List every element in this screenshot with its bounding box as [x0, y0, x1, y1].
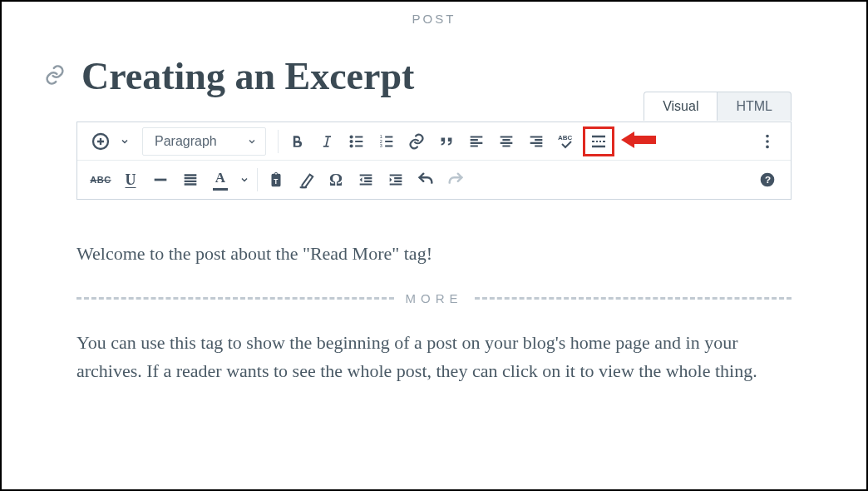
permalink-icon[interactable]: [43, 63, 67, 90]
link-button[interactable]: [402, 126, 432, 156]
svg-point-2: [350, 140, 352, 141]
horizontal-rule-button[interactable]: [145, 165, 175, 195]
clear-formatting-button[interactable]: [291, 165, 321, 195]
italic-button[interactable]: [312, 126, 342, 156]
align-justify-button[interactable]: [175, 165, 205, 195]
svg-point-9: [766, 134, 769, 137]
editor-toolbar: Paragraph 123: [76, 122, 792, 200]
paste-text-button[interactable]: T: [261, 165, 291, 195]
redo-button[interactable]: [441, 165, 471, 195]
red-arrow-annotation: [621, 129, 656, 154]
editor-tabs: Visual HTML: [644, 92, 792, 121]
svg-point-10: [766, 140, 769, 143]
text-color-button[interactable]: A: [205, 165, 235, 195]
svg-point-3: [350, 145, 352, 146]
align-left-button[interactable]: [461, 126, 491, 156]
strikethrough-button[interactable]: ABC: [86, 165, 116, 195]
svg-point-11: [766, 145, 769, 148]
add-block-dropdown[interactable]: [116, 126, 134, 156]
text-color-dropdown[interactable]: [235, 165, 254, 195]
format-select[interactable]: Paragraph: [142, 127, 266, 156]
svg-marker-8: [621, 131, 656, 148]
read-more-separator[interactable]: MORE: [76, 291, 792, 305]
chevron-down-icon: [247, 136, 257, 146]
svg-point-1: [350, 136, 352, 137]
help-button[interactable]: ?: [752, 165, 782, 195]
align-center-button[interactable]: [491, 126, 521, 156]
tab-html[interactable]: HTML: [717, 92, 792, 121]
add-block-button[interactable]: [86, 126, 116, 156]
align-right-button[interactable]: [521, 126, 551, 156]
svg-marker-14: [390, 177, 392, 182]
svg-text:T: T: [274, 178, 278, 186]
read-more-button[interactable]: [586, 130, 611, 153]
post-label: POST: [2, 12, 866, 26]
svg-text:3: 3: [379, 143, 382, 148]
format-select-label: Paragraph: [155, 134, 217, 149]
read-more-highlight: [583, 126, 614, 156]
outdent-button[interactable]: [351, 165, 381, 195]
blockquote-button[interactable]: [432, 126, 461, 156]
bullet-list-button[interactable]: [342, 126, 372, 156]
special-character-button[interactable]: Ω: [321, 165, 351, 195]
undo-button[interactable]: [411, 165, 441, 195]
tab-visual[interactable]: Visual: [644, 92, 717, 121]
more-options-button[interactable]: [752, 126, 782, 156]
numbered-list-button[interactable]: 123: [372, 126, 402, 156]
read-more-label: MORE: [406, 291, 463, 305]
svg-text:ABC: ABC: [558, 134, 573, 141]
content-paragraph-1[interactable]: Welcome to the post about the "Read More…: [76, 240, 792, 268]
content-paragraph-2[interactable]: You can use this tag to show the beginni…: [76, 329, 792, 385]
underline-button[interactable]: U: [116, 165, 145, 195]
spellcheck-button[interactable]: ABC: [551, 126, 581, 156]
svg-marker-13: [360, 177, 362, 182]
svg-text:?: ?: [765, 174, 771, 185]
bold-button[interactable]: [282, 126, 312, 156]
indent-button[interactable]: [381, 165, 411, 195]
post-title[interactable]: Creating an Excerpt: [81, 54, 414, 98]
